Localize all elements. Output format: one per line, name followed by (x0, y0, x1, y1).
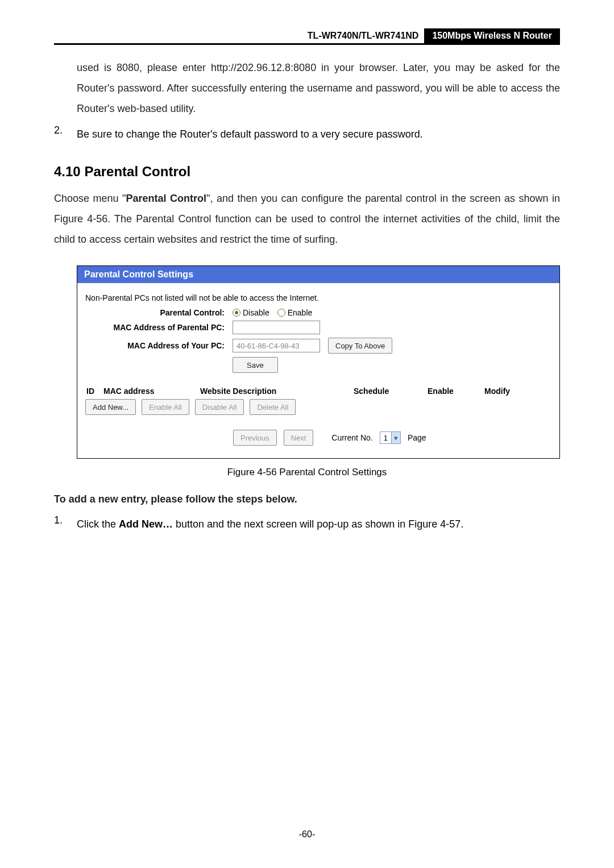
list-number: 2. (54, 124, 77, 144)
next-button[interactable]: Next (284, 430, 314, 446)
copy-to-above-button[interactable]: Copy To Above (328, 338, 392, 354)
radio-dot-icon (233, 309, 240, 317)
intro-paragraph: used is 8080, please enter http://202.96… (77, 57, 560, 119)
label-mac-parental: MAC Address of Parental PC: (85, 323, 233, 332)
doc-header: TL-WR740N/TL-WR741ND 150Mbps Wireless N … (54, 28, 560, 45)
th-desc: Website Description (200, 387, 354, 396)
radio-dot-icon (277, 309, 285, 317)
pager-page-label: Page (408, 433, 426, 442)
label-mac-your: MAC Address of Your PC: (85, 341, 233, 350)
th-mac: MAC address (103, 387, 200, 396)
page-number: -60- (0, 829, 614, 840)
delete-all-button[interactable]: Delete All (250, 399, 296, 415)
step-text: Click the Add New… button and the next s… (77, 514, 560, 534)
disable-all-button[interactable]: Disable All (195, 399, 244, 415)
section-heading: 4.10 Parental Control (54, 164, 560, 180)
steps-heading: To add a new entry, please follow the st… (54, 492, 560, 506)
radio-enable[interactable]: Enable (277, 308, 313, 317)
step-1: 1. Click the Add New… button and the nex… (54, 514, 560, 534)
header-product: 150Mbps Wireless N Router (424, 28, 560, 43)
figure-caption: Figure 4-56 Parental Control Settings (54, 467, 560, 478)
chevron-down-icon: ▾ (391, 432, 400, 443)
th-id: ID (86, 387, 103, 396)
section-paragraph: Choose menu "Parental Control", and then… (54, 188, 560, 250)
enable-all-button[interactable]: Enable All (142, 399, 189, 415)
input-mac-parental[interactable] (233, 321, 320, 334)
step-number: 1. (54, 514, 77, 534)
pager-current-label: Current No. (331, 433, 372, 442)
add-new-button[interactable]: Add New... (85, 399, 136, 415)
table-header: ID MAC address Website Description Sched… (85, 387, 551, 396)
previous-button[interactable]: Previous (233, 430, 277, 446)
figure-header: Parental Control Settings (77, 266, 559, 283)
figure-parental-control: Parental Control Settings Non-Parental P… (77, 265, 560, 459)
th-modify: Modify (484, 387, 550, 396)
list-item-2: 2. Be sure to change the Router's defaul… (54, 124, 560, 144)
th-enable: Enable (428, 387, 484, 396)
radio-disable[interactable]: Disable (233, 308, 269, 317)
list-text: Be sure to change the Router's default p… (77, 124, 560, 144)
input-mac-your[interactable]: 40-61-86-C4-98-43 (233, 339, 320, 352)
figure-note: Non-Parental PCs not listed will not be … (85, 293, 551, 302)
label-parental-control: Parental Control: (85, 308, 233, 317)
pager: Previous Next Current No. 1 ▾ Page (85, 430, 551, 446)
th-schedule: Schedule (354, 387, 428, 396)
table-buttons: Add New... Enable All Disable All Delete… (85, 399, 551, 415)
header-model: TL-WR740N/TL-WR741ND (308, 28, 425, 43)
page-select[interactable]: 1 ▾ (380, 431, 401, 444)
save-button[interactable]: Save (233, 357, 278, 373)
